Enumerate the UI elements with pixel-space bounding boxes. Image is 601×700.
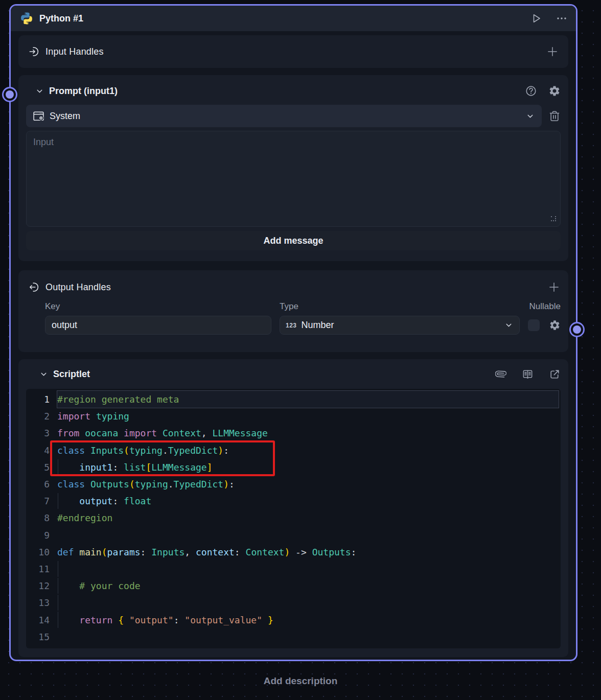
nullable-checkbox[interactable] (528, 319, 540, 331)
chevron-down-icon[interactable] (35, 87, 44, 96)
scriptlet-header: Scriptlet (26, 359, 561, 389)
line-number: 6 (26, 479, 50, 489)
open-external-icon[interactable] (549, 368, 561, 380)
code-line[interactable]: 13 (26, 594, 560, 611)
line-number: 11 (26, 564, 50, 574)
code-text (57, 527, 559, 544)
line-number: 7 (26, 496, 50, 506)
code-line[interactable]: 11 (26, 561, 560, 577)
delete-message-trash-icon[interactable] (548, 110, 561, 122)
line-number: 2 (26, 411, 50, 422)
code-line[interactable]: 5 input1: list[LLMMessage] (26, 459, 560, 476)
code-line[interactable]: 7 output: float (26, 493, 560, 509)
line-number: 9 (26, 530, 50, 541)
output-type-value: Number (302, 320, 500, 331)
code-text (57, 561, 559, 577)
code-text: class Inputs(typing.TypedDict): (57, 442, 559, 459)
add-description-label: Add description (264, 675, 338, 686)
input-handles-title: Input Handles (45, 46, 540, 57)
chevron-down-icon[interactable] (39, 370, 48, 379)
code-text: class Outputs(typing.TypedDict): (57, 476, 559, 493)
line-number: 10 (26, 547, 50, 557)
help-icon[interactable] (525, 85, 537, 97)
input-arrow-icon (29, 46, 40, 57)
chevron-down-icon (504, 321, 513, 330)
code-line[interactable]: 14 return { "output": "output_value" } (26, 611, 560, 628)
input-handles-section: Input Handles (18, 35, 568, 68)
role-select[interactable]: System (26, 105, 542, 127)
code-editor[interactable]: 1#region generated meta2import typing3fr… (26, 389, 561, 648)
number-type-icon: 123 (286, 322, 297, 329)
line-number: 14 (26, 615, 50, 625)
line-number: 12 (26, 580, 50, 591)
run-button[interactable] (530, 12, 542, 25)
output-key-input[interactable] (45, 316, 271, 335)
output-handles-header: Output Handles (26, 278, 561, 296)
node-body: Input Handles Prompt (input1) (11, 31, 576, 657)
add-input-handle-button[interactable] (546, 45, 559, 58)
system-window-icon (32, 110, 45, 123)
type-column-label: Type (280, 301, 520, 312)
attach-paperclip-icon[interactable] (495, 368, 506, 380)
line-number: 15 (26, 632, 50, 642)
message-role-line: System (26, 105, 561, 127)
code-line[interactable]: 9 (26, 527, 560, 544)
code-text: output: float (57, 493, 559, 509)
code-line[interactable]: 8#endregion (26, 509, 560, 526)
line-number: 8 (26, 512, 50, 523)
output-columns-row: Key Type Nullable (45, 300, 561, 313)
code-text: input1: list[LLMMessage] (57, 459, 559, 476)
code-text (57, 594, 559, 611)
scriptlet-title: Scriptlet (53, 369, 480, 380)
node-header: Python #1 (11, 6, 576, 31)
add-description-button[interactable]: Add description (0, 675, 601, 687)
code-text: def main(params: Inputs, context: Contex… (57, 544, 559, 561)
output-handle-row: 123 Number (45, 316, 561, 335)
add-output-handle-button[interactable] (547, 281, 561, 294)
nullable-column-label: Nullable (529, 301, 561, 312)
prompt-header: Prompt (input1) (26, 81, 561, 101)
prompt-input-wrap (26, 131, 561, 227)
docs-book-icon[interactable] (522, 368, 534, 380)
output-handles-title: Output Handles (45, 282, 542, 293)
code-text: return { "output": "output_value" } (57, 611, 559, 628)
input1-connection-handle[interactable] (6, 90, 14, 99)
output-arrow-icon (29, 282, 40, 293)
output-connection-handle[interactable] (573, 325, 581, 334)
code-line[interactable]: 10def main(params: Inputs, context: Cont… (26, 544, 560, 561)
node-title: Python #1 (39, 13, 524, 24)
add-message-label: Add message (263, 236, 323, 246)
code-line[interactable]: 3from oocana import Context, LLMMessage (26, 425, 560, 441)
output-type-select[interactable]: 123 Number (280, 316, 520, 335)
line-number: 4 (26, 445, 50, 456)
more-menu-button[interactable] (556, 12, 568, 25)
prompt-settings-gear-icon[interactable] (548, 85, 561, 97)
chevron-down-icon (526, 112, 535, 121)
line-number: 13 (26, 597, 50, 608)
role-select-value: System (50, 111, 521, 122)
prompt-input[interactable] (26, 131, 561, 227)
line-number: 1 (26, 394, 50, 405)
code-line[interactable]: 15 (26, 628, 560, 645)
code-text: # your code (57, 577, 559, 594)
code-text: from oocana import Context, LLMMessage (57, 425, 559, 441)
code-text: #region generated meta (57, 391, 559, 408)
python-node[interactable]: Python #1 Input Handles (9, 4, 577, 661)
line-number: 5 (26, 462, 50, 473)
code-line[interactable]: 6class Outputs(typing.TypedDict): (26, 476, 560, 493)
line-number: 3 (26, 428, 50, 438)
code-lines: 1#region generated meta2import typing3fr… (26, 391, 560, 645)
code-line[interactable]: 1#region generated meta (26, 391, 560, 408)
output-handles-section: Output Handles Key Type Nullable 123 Num… (18, 270, 568, 352)
add-message-button[interactable]: Add message (26, 231, 561, 250)
python-logo-icon (20, 12, 33, 25)
resize-grip[interactable] (551, 216, 557, 222)
code-line[interactable]: 4class Inputs(typing.TypedDict): (26, 442, 560, 459)
code-line[interactable]: 2import typing (26, 408, 560, 425)
prompt-title: Prompt (input1) (49, 86, 514, 97)
prompt-section: Prompt (input1) (18, 75, 568, 261)
code-line[interactable]: 12 # your code (26, 577, 560, 594)
key-column-label: Key (45, 301, 271, 312)
output-settings-gear-icon[interactable] (548, 319, 561, 331)
scriptlet-section: Scriptlet (18, 359, 568, 657)
